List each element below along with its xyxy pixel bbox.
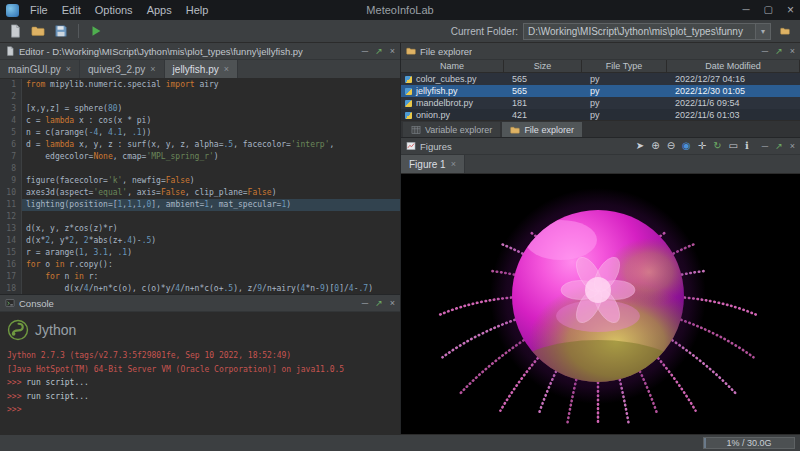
explorer-tabs: Variable explorerFile explorer <box>401 120 800 137</box>
console-lines: Jython 2.7.3 (tags/v2.7.3:5f29801fe, Sep… <box>7 349 393 417</box>
code-line[interactable]: 17 for n in r: <box>0 271 400 283</box>
editor-tab-mainGUI.py[interactable]: mainGUI.py× <box>0 60 80 78</box>
globe-tool-icon[interactable]: ◉ <box>682 141 691 151</box>
tab-close-icon[interactable]: × <box>66 64 71 74</box>
panel-minimize-icon[interactable]: ─ <box>762 46 768 56</box>
console-icon <box>5 298 15 308</box>
tab-file-explorer[interactable]: File explorer <box>502 122 582 137</box>
tab-close-icon[interactable]: × <box>451 159 456 169</box>
zoom-out-tool-icon[interactable]: ⊖ <box>667 141 675 151</box>
python-file-icon <box>405 100 412 107</box>
python-file-icon <box>405 112 412 119</box>
maximize-icon[interactable]: ▢ <box>764 5 773 15</box>
tab-close-icon[interactable]: × <box>150 64 155 74</box>
console-line: >>> run script... <box>7 376 393 390</box>
column-header-date-modified[interactable]: Date Modified <box>667 60 800 72</box>
file-row-jellyfish.py[interactable]: jellyfish.py565py2022/12/30 01:05 <box>401 85 800 97</box>
figure-canvas[interactable] <box>401 174 800 434</box>
panel-close-icon[interactable]: × <box>390 46 395 56</box>
code-line[interactable]: 11lighting(position=[1,1,1,0], ambient=1… <box>0 199 400 211</box>
identify-tool-icon[interactable]: ℹ <box>745 141 749 151</box>
menu-apps[interactable]: Apps <box>140 4 179 16</box>
panel-float-icon[interactable]: ↗ <box>375 298 383 308</box>
open-file-button[interactable] <box>29 22 47 40</box>
menu-options[interactable]: Options <box>88 4 140 16</box>
code-line[interactable]: 2 <box>0 91 400 103</box>
folder-icon <box>510 125 520 135</box>
tab-figure-1[interactable]: Figure 1 × <box>401 155 465 173</box>
memory-fill <box>704 438 706 448</box>
run-script-button[interactable] <box>87 22 105 40</box>
console-body[interactable]: Jython Jython 2.7.3 (tags/v2.7.3:5f29801… <box>0 312 400 434</box>
menu-edit[interactable]: Edit <box>55 4 88 16</box>
editor-tab-quiver3_2.py[interactable]: quiver3_2.py× <box>80 60 165 78</box>
save-button[interactable] <box>52 22 70 40</box>
panel-close-icon[interactable]: × <box>390 298 395 308</box>
code-line[interactable]: 3[x,y,z] = sphere(80) <box>0 103 400 115</box>
file-row-onion.py[interactable]: onion.py421py2022/11/6 01:03 <box>401 109 800 120</box>
code-line[interactable]: 10axes3d(aspect='equal', axis=False, cli… <box>0 187 400 199</box>
pan-tool-icon[interactable]: ✛ <box>698 141 706 151</box>
console-title: Console <box>19 298 54 309</box>
panel-minimize-icon[interactable]: ─ <box>362 298 368 308</box>
file-row-color_cubes.py[interactable]: color_cubes.py565py2022/12/27 04:16 <box>401 73 800 85</box>
file-explorer-title: File explorer <box>420 46 472 57</box>
grid-icon <box>411 125 421 135</box>
code-line[interactable]: 4c = lambda x : cos(x * pi) <box>0 115 400 127</box>
code-line[interactable]: 18 d(x/4/n+n*c(o), c(o)*y/4/n+n*c(o+.5),… <box>0 283 400 294</box>
code-area[interactable]: 1from mipylib.numeric.special import air… <box>0 79 400 294</box>
current-folder-combobox[interactable]: D:\Working\MIScript\Jython\mis\plot_type… <box>523 23 771 40</box>
tab-close-icon[interactable]: × <box>224 64 229 74</box>
select-tool-icon[interactable]: ➤ <box>636 141 644 151</box>
full-extent-tool-icon[interactable]: ▭ <box>729 141 738 151</box>
jellyfish-plot <box>401 174 800 434</box>
panel-close-icon[interactable]: × <box>790 141 795 151</box>
rotate-tool-icon[interactable]: ↻ <box>713 141 721 151</box>
code-line[interactable]: 8 <box>0 163 400 175</box>
file-explorer-header: File explorer ─ ↗ × <box>401 43 800 60</box>
console-header: Console ─ ↗ × <box>0 295 400 312</box>
code-line[interactable]: 13d(x, y, z*cos(z)*r) <box>0 223 400 235</box>
column-header-size[interactable]: Size <box>504 60 582 72</box>
code-line[interactable]: 1from mipylib.numeric.special import air… <box>0 79 400 91</box>
file-row-mandelbrot.py[interactable]: mandelbrot.py181py2022/11/6 09:54 <box>401 97 800 109</box>
editor-tabbar: mainGUI.py×quiver3_2.py×jellyfish.py× <box>0 60 400 79</box>
tab-variable-explorer[interactable]: Variable explorer <box>403 122 500 137</box>
menu-file[interactable]: File <box>23 4 55 16</box>
panel-float-icon[interactable]: ↗ <box>775 46 783 56</box>
chevron-down-icon[interactable]: ▾ <box>755 24 770 39</box>
editor-tab-jellyfish.py[interactable]: jellyfish.py× <box>165 60 238 78</box>
console-line: [Java HotSpot(TM) 64-Bit Server VM (Orac… <box>7 363 393 377</box>
python-file-icon <box>405 88 412 95</box>
code-line[interactable]: 6d = lambda x, y, z : surf(x, y, z, alph… <box>0 139 400 151</box>
new-file-button[interactable] <box>6 22 24 40</box>
right-column: File explorer ─ ↗ × NameSizeFile TypeDat… <box>401 43 800 434</box>
code-line[interactable]: 9figure(facecolor='k', newfig=False) <box>0 175 400 187</box>
status-bar: 1% / 30.0G <box>0 434 800 451</box>
python-file-icon <box>405 76 412 83</box>
memory-indicator[interactable]: 1% / 30.0G <box>703 437 795 449</box>
minimize-icon[interactable]: ─ <box>742 5 749 15</box>
code-line[interactable]: 12 <box>0 211 400 223</box>
close-icon[interactable]: × <box>787 5 794 15</box>
column-header-name[interactable]: Name <box>401 60 504 72</box>
panel-close-icon[interactable]: × <box>790 46 795 56</box>
panel-minimize-icon[interactable]: ─ <box>762 141 768 151</box>
table-body: color_cubes.py565py2022/12/27 04:16jelly… <box>401 73 800 120</box>
browse-folder-button[interactable] <box>776 22 794 40</box>
panel-float-icon[interactable]: ↗ <box>375 46 383 56</box>
panel-float-icon[interactable]: ↗ <box>775 141 783 151</box>
code-line[interactable]: 14d(x*2, y*2, 2*abs(z+.4)-.5) <box>0 235 400 247</box>
main-toolbar: Current Folder: D:\Working\MIScript\Jyth… <box>0 20 800 43</box>
code-line[interactable]: 5n = c(arange(-4, 4.1, .1)) <box>0 127 400 139</box>
code-line[interactable]: 7 edgecolor=None, cmap='MPL_spring_r') <box>0 151 400 163</box>
console-line: >>> run script... <box>7 390 393 404</box>
editor-header: Editor - D:\Working\MIScript\Jython\mis\… <box>0 43 400 60</box>
column-header-file-type[interactable]: File Type <box>582 60 667 72</box>
code-line[interactable]: 16for o in r.copy(): <box>0 259 400 271</box>
panel-minimize-icon[interactable]: ─ <box>362 46 368 56</box>
code-line[interactable]: 15r = arange(1, 3.1, .1) <box>0 247 400 259</box>
menu-help[interactable]: Help <box>179 4 216 16</box>
window-controls: ─ ▢ × <box>742 5 794 15</box>
zoom-in-tool-icon[interactable]: ⊕ <box>651 141 659 151</box>
